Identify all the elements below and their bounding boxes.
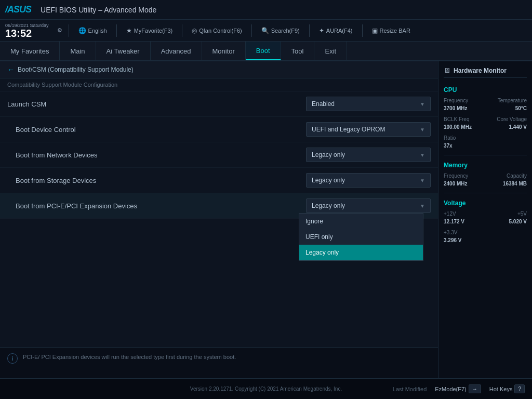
ez-mode-label: EzMode(F7) [435,386,467,392]
voltage-12v-value: 12.172 V [444,219,464,224]
toolbar-search[interactable]: 🔍 Search(F9) [258,26,303,35]
fan-icon: ◎ [192,27,197,34]
boot-device-control-label: Boot Device Control [7,126,306,134]
cpu-section-title: CPU [444,86,527,94]
globe-icon: 🌐 [78,27,86,34]
toolbar-resize-bar[interactable]: ▣ Resize BAR [369,26,414,35]
search-icon: 🔍 [261,27,269,34]
language-label: English [88,28,107,34]
main-content: ← Boot\CSM (Compatibility Support Module… [0,61,532,378]
bottom-right-controls: Last Modified EzMode(F7) → Hot Keys ? [393,384,525,393]
cpu-ratio-label: Ratio [444,135,456,141]
launch-csm-dropdown[interactable]: Enabled ▼ [306,97,431,111]
tab-advanced[interactable]: Advanced [151,42,202,60]
cpu-bclk-corevolt-values: 100.00 MHz 1.440 V [444,124,527,130]
toolbar-aura[interactable]: ✦ AURA(F4) [316,26,356,35]
launch-csm-value: Enabled [312,100,335,108]
asus-logo: /ASUS [5,4,34,15]
breadcrumb-path: Boot\CSM (Compatibility Support Module) [18,66,134,73]
boot-network-dropdown[interactable]: Legacy only ▼ [306,148,431,162]
voltage-33v-value-row: 3.296 V [444,237,527,243]
memory-section-title: Memory [444,162,527,169]
bios-title: UEFI BIOS Utility – Advanced Mode [41,6,156,14]
toolbar-divider-6 [362,24,363,37]
toolbar-divider-4 [251,24,252,37]
cpu-bclk-corevolt-labels: BCLK Freq Core Voltage [444,116,527,122]
toolbar-myfavorite[interactable]: ★ MyFavorite(F3) [123,26,176,35]
mem-values: 2400 MHz 16384 MB [444,181,527,187]
setting-row-boot-storage: Boot from Storage Devices Legacy only ▼ [0,168,438,193]
last-modified-label: Last Modified [393,386,427,392]
bottom-bar: Version 2.20.1271. Copyright (C) 2021 Am… [0,378,532,399]
tab-my-favorites[interactable]: My Favorites [0,42,60,60]
asus-logo-text: /ASUS [5,4,31,15]
setting-row-boot-network: Boot from Network Devices Legacy only ▼ [0,142,438,168]
voltage-5v-value: 5.020 V [509,219,527,224]
toolbar-divider-5 [309,24,310,37]
mem-frequency-value: 2400 MHz [444,181,468,187]
cpu-corevolt-value: 1.440 V [509,124,527,130]
mem-capacity-label: Capacity [507,173,527,179]
mem-frequency-label: Frequency [444,173,468,179]
tab-monitor[interactable]: Monitor [202,42,246,60]
pcie-option-ignore[interactable]: Ignore [299,214,423,229]
cpu-ratio-label-row: Ratio [444,135,527,141]
launch-csm-label: Launch CSM [7,100,306,108]
right-panel: 🖥 Hardware Monitor CPU Frequency Tempera… [438,61,532,378]
voltage-12v-5v-labels: +12V +5V [444,211,527,217]
qfan-label: Qfan Control(F6) [199,28,242,34]
datetime: 06/19/2021 Saturday 13:52 [5,23,49,38]
pcie-option-legacy-only[interactable]: Legacy only [299,245,423,260]
cpu-temperature-value: 50°C [515,105,527,111]
launch-csm-arrow: ▼ [420,101,425,107]
info-bar: i PCI-E/ PCI Expansion devices will run … [0,347,438,378]
boot-storage-dropdown[interactable]: Legacy only ▼ [306,173,431,188]
boot-network-value: Legacy only [312,151,345,158]
boot-pcie-dropdown[interactable]: Legacy only ▼ [306,198,431,213]
section-description: Compatibility Support Module Configurati… [0,78,438,91]
pcie-dropdown-menu: Ignore UEFI only Legacy only [299,213,423,261]
settings-icon[interactable]: ⚙ [57,27,62,34]
boot-network-arrow: ▼ [420,152,425,158]
toolbar: 06/19/2021 Saturday 13:52 ⚙ 🌐 English ★ … [0,20,532,42]
cpu-temperature-label: Temperature [498,98,527,103]
cpu-corevolt-label: Core Voltage [497,116,527,122]
ez-mode-button[interactable]: EzMode(F7) → [435,384,481,393]
monitor-icon: 🖥 [444,66,450,74]
myfavorite-label: MyFavorite(F3) [134,28,173,34]
cpu-divider [444,155,527,155]
tab-boot[interactable]: Boot [246,42,281,60]
voltage-section-title: Voltage [444,200,527,207]
copyright-text: Version 2.20.1271. Copyright (C) 2021 Am… [190,386,342,392]
cpu-frequency-row: Frequency Temperature [444,98,527,103]
tab-main[interactable]: Main [60,42,96,60]
cpu-ratio-value: 37x [444,143,453,149]
heart-icon: ★ [126,27,132,34]
left-panel: ← Boot\CSM (Compatibility Support Module… [0,61,438,378]
tab-tool[interactable]: Tool [281,42,315,60]
mem-labels: Frequency Capacity [444,173,527,179]
hot-keys-button[interactable]: Hot Keys ? [489,384,525,393]
boot-device-control-dropdown[interactable]: UEFI and Legacy OPROM ▼ [306,122,431,137]
back-arrow[interactable]: ← [7,65,15,74]
memory-divider [444,193,527,193]
cpu-frequency-label: Frequency [444,98,468,103]
voltage-33v-value: 3.296 V [444,237,461,243]
toolbar-qfan[interactable]: ◎ Qfan Control(F6) [189,26,245,35]
search-label: Search(F9) [271,28,300,34]
pcie-option-uefi-only[interactable]: UEFI only [299,229,423,245]
boot-network-label: Boot from Network Devices [7,151,306,159]
cpu-freq-temp-values: 3700 MHz 50°C [444,105,527,111]
tab-exit[interactable]: Exit [314,42,347,60]
toolbar-language[interactable]: 🌐 English [75,26,110,35]
toolbar-divider-1 [69,24,69,37]
info-text: PCI-E/ PCI Expansion devices will run th… [23,353,236,362]
mem-capacity-value: 16384 MB [503,181,527,187]
boot-storage-value: Legacy only [312,177,345,184]
boot-pcie-value: Legacy only [312,202,345,209]
cpu-ratio-value-row: 37x [444,143,527,149]
tab-ai-tweaker[interactable]: Ai Tweaker [96,42,151,60]
resize-bar-label: Resize BAR [380,28,410,34]
voltage-12v-5v-values: 12.172 V 5.020 V [444,219,527,224]
date-display: 06/19/2021 Saturday [5,23,49,28]
